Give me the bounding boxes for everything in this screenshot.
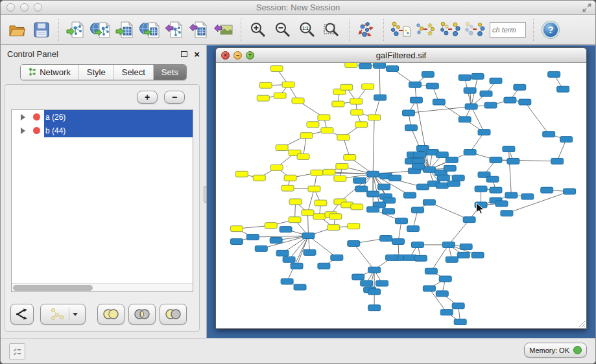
scrollbar-thumb[interactable]	[13, 285, 93, 291]
import-table-from-url-icon	[139, 20, 160, 40]
graph-node	[548, 71, 560, 77]
graph-node	[368, 289, 381, 295]
disclosure-triangle-icon[interactable]	[21, 114, 25, 120]
tab-style[interactable]: Style	[79, 65, 114, 80]
difference-sets-button[interactable]	[160, 304, 187, 324]
graph-node	[521, 194, 534, 199]
graph-node	[478, 130, 490, 135]
select-first-neighbors-button[interactable]	[413, 17, 438, 42]
open-session-icon	[7, 20, 27, 40]
import-table-url-button[interactable]	[137, 17, 162, 42]
graph-node	[367, 207, 379, 212]
create-set-dropdown-button[interactable]	[40, 304, 86, 324]
export-image-button[interactable]	[211, 17, 236, 42]
zoom-in-button[interactable]	[246, 17, 270, 42]
graph-node	[246, 234, 259, 240]
disclosure-triangle-icon[interactable]	[21, 128, 25, 134]
tab-network[interactable]: Network	[21, 65, 79, 80]
list-item-set-b[interactable]: b (44)	[12, 124, 193, 137]
minimize-view-button[interactable]: –	[233, 51, 242, 60]
graph-node	[348, 223, 360, 229]
export-table-button[interactable]	[187, 17, 211, 42]
split-set-button[interactable]	[10, 304, 34, 324]
graph-node	[362, 84, 374, 89]
import-table-file-button[interactable]	[113, 17, 137, 42]
graph-node	[294, 284, 306, 290]
zoom-actual-size-button[interactable]: 1:1	[295, 17, 320, 42]
graph-node	[308, 186, 320, 192]
import-network-from-file-icon	[66, 20, 86, 40]
horizontal-scrollbar[interactable]	[12, 283, 193, 291]
yellow-network-icon	[49, 307, 66, 321]
new-network-hide-unselected-button[interactable]	[462, 17, 487, 42]
graph-node	[276, 145, 288, 151]
network-window-titlebar[interactable]: × – + galFiltered.sif	[216, 48, 586, 63]
zoom-actual-size-icon: 1:1	[298, 21, 316, 39]
new-network-selected-nodes-button[interactable]	[438, 17, 462, 42]
tab-select[interactable]: Select	[114, 65, 154, 80]
tab-label: Select	[122, 67, 145, 77]
import-network-file-button[interactable]	[64, 17, 88, 42]
zoom-in-icon	[249, 21, 267, 39]
graph-node	[437, 175, 449, 181]
help-button[interactable]: ?	[542, 21, 559, 38]
add-set-button[interactable]: +	[137, 91, 158, 104]
save-session-button[interactable]	[29, 17, 54, 42]
graph-node	[505, 192, 518, 198]
graph-node	[403, 192, 416, 198]
new-network-selected-nodes-icon	[440, 20, 460, 40]
new-network-from-selection-icon	[390, 20, 411, 40]
graph-node	[551, 158, 564, 164]
graph-node	[376, 280, 388, 286]
help-icon: ?	[547, 24, 553, 35]
float-panel-icon[interactable]	[181, 51, 187, 57]
fullscreen-icon[interactable]	[582, 3, 592, 13]
zoom-fit-selected-button[interactable]	[320, 17, 344, 42]
graph-node	[350, 98, 363, 104]
minimize-window-button[interactable]	[20, 3, 29, 12]
graph-node	[311, 170, 323, 176]
open-session-button[interactable]	[5, 17, 29, 42]
maximize-view-button[interactable]: +	[246, 51, 254, 60]
task-history-button[interactable]	[9, 343, 25, 359]
graph-node	[253, 175, 265, 181]
export-network-button[interactable]	[162, 17, 187, 42]
graph-node	[230, 226, 243, 232]
graph-node	[383, 209, 395, 214]
graph-node	[289, 217, 301, 223]
search-input[interactable]	[490, 22, 526, 38]
graph-node	[490, 78, 502, 84]
remove-set-button[interactable]: −	[164, 91, 185, 104]
set-row-label: a (26)	[44, 110, 193, 124]
main-area: Control Panel × Network	[1, 45, 595, 338]
graph-node	[411, 207, 423, 213]
set-row-label: b (44)	[44, 124, 193, 137]
sets-list: a (26) b (44)	[11, 109, 193, 292]
chevron-down-icon[interactable]	[73, 313, 78, 316]
network-canvas[interactable]	[216, 63, 586, 328]
list-item-set-a[interactable]: a (26)	[12, 110, 193, 124]
union-sets-button[interactable]	[97, 304, 125, 324]
graph-node	[439, 276, 451, 282]
graph-node	[323, 169, 335, 175]
close-window-button[interactable]	[6, 3, 15, 12]
network-graph[interactable]	[216, 63, 586, 328]
save-session-icon	[32, 21, 51, 39]
resize-grip-icon[interactable]	[577, 319, 586, 328]
graph-node	[336, 163, 348, 169]
button-divider	[69, 308, 69, 321]
zoom-window-button[interactable]	[34, 3, 42, 12]
apply-layout-button[interactable]	[354, 17, 379, 42]
tab-sets[interactable]: Sets	[154, 65, 186, 80]
graph-node	[425, 268, 437, 274]
close-panel-icon[interactable]: ×	[194, 49, 200, 59]
graph-node	[405, 125, 417, 131]
graph-node	[270, 238, 282, 244]
memory-status-button[interactable]: Memory: OK	[524, 343, 587, 358]
intersect-sets-button[interactable]	[128, 304, 156, 324]
graph-node	[361, 280, 373, 286]
new-network-from-selection-button[interactable]	[388, 17, 413, 42]
close-view-button[interactable]: ×	[221, 51, 230, 60]
zoom-out-button[interactable]	[270, 17, 295, 42]
import-network-url-button[interactable]	[88, 17, 113, 42]
